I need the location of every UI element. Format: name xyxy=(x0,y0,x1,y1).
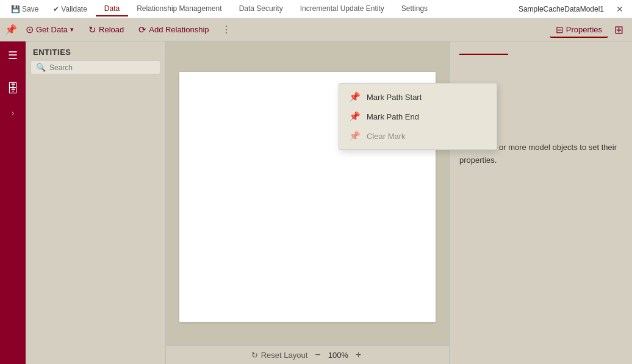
hamburger-button[interactable]: ☰ xyxy=(5,46,20,65)
mark-start-icon: 📌 xyxy=(349,91,361,102)
get-data-button[interactable]: ⊙ Get Data ▾ xyxy=(20,21,80,38)
canvas-footer: ↻ Reset Layout − 100% + xyxy=(166,345,449,364)
reset-layout-button[interactable]: ↻ Reset Layout xyxy=(251,351,308,360)
sidebar-title: ENTITIES xyxy=(33,48,71,57)
save-label: Save xyxy=(22,5,38,13)
zoom-in-button[interactable]: + xyxy=(353,349,364,360)
reload-button[interactable]: ↻ Reload xyxy=(82,22,130,38)
mark-path-end-item[interactable]: 📌 Mark Path End xyxy=(339,107,497,126)
document-name: SampleCacheDataModel1 xyxy=(512,2,610,16)
get-data-arrow: ▾ xyxy=(70,26,74,34)
validate-label: Validate xyxy=(61,5,87,13)
tab-settings[interactable]: Settings xyxy=(393,2,436,16)
reset-layout-icon: ↻ xyxy=(251,351,258,360)
add-relationship-button[interactable]: ⟳ Add Relationship xyxy=(132,22,215,38)
tab-data[interactable]: Data xyxy=(96,2,128,16)
clear-mark-item[interactable]: 📌 Clear Mark xyxy=(339,126,497,146)
tab-relationship[interactable]: Relationship Management xyxy=(128,2,230,16)
more-button[interactable]: ⋮ xyxy=(218,21,235,38)
dropdown-menu: 📌 Mark Path Start 📌 Mark Path End 📌 Clea… xyxy=(339,83,497,150)
main-area: ☰ 🗄 › ENTITIES 🔍 📌 Mark Path Start 📌 Mar… xyxy=(0,41,632,364)
properties-underline xyxy=(459,54,508,55)
properties-button[interactable]: ⊟ Properties xyxy=(550,22,608,38)
expand-icon[interactable]: › xyxy=(9,105,17,120)
reload-label: Reload xyxy=(99,25,124,34)
save-icon: 💾 xyxy=(11,5,20,13)
properties-label: Properties xyxy=(566,25,602,34)
mark-path-end-label: Mark Path End xyxy=(367,112,419,121)
zoom-value: 100% xyxy=(328,351,348,360)
add-relationship-label: Add Relationship xyxy=(149,25,209,34)
close-button[interactable]: ✕ xyxy=(612,3,627,15)
canvas-area: 📌 Mark Path Start 📌 Mark Path End 📌 Clea… xyxy=(166,41,449,364)
mark-path-start-label: Mark Path Start xyxy=(367,93,422,102)
sidebar-header: ENTITIES xyxy=(26,41,165,60)
tab-bar: Data Relationship Management Data Securi… xyxy=(96,2,510,16)
search-input[interactable] xyxy=(49,63,155,72)
sidebar: ENTITIES 🔍 xyxy=(26,41,166,364)
tab-incremental[interactable]: Incremental Update Entity xyxy=(292,2,393,16)
save-tab[interactable]: 💾 Save xyxy=(5,2,45,16)
database-icon[interactable]: 🗄 xyxy=(4,79,21,98)
sidebar-toggle-button[interactable]: ⊞ xyxy=(611,21,627,39)
pin-icon: 📌 xyxy=(5,24,17,35)
properties-icon: ⊟ xyxy=(556,24,564,35)
clear-mark-label: Clear Mark xyxy=(367,132,406,141)
left-nav: ☰ 🗄 › xyxy=(0,41,26,364)
reload-icon: ↻ xyxy=(88,24,96,35)
tab-datasecurity[interactable]: Data Security xyxy=(231,2,292,16)
add-relationship-icon: ⟳ xyxy=(138,24,146,35)
title-bar: 💾 Save ✔ Validate Data Relationship Mana… xyxy=(0,0,632,18)
toolbar: 📌 ⊙ Get Data ▾ ↻ Reload ⟳ Add Relationsh… xyxy=(0,18,632,41)
validate-icon: ✔ xyxy=(53,5,59,13)
get-data-icon: ⊙ xyxy=(26,24,34,35)
zoom-out-button[interactable]: − xyxy=(312,349,323,360)
get-data-label: Get Data xyxy=(36,25,68,34)
sidebar-search-container: 🔍 xyxy=(31,60,160,74)
validate-tab[interactable]: ✔ Validate xyxy=(47,2,93,16)
mark-path-start-item[interactable]: 📌 Mark Path Start xyxy=(339,87,497,107)
mark-end-icon: 📌 xyxy=(349,111,361,122)
clear-mark-icon: 📌 xyxy=(349,130,361,141)
reset-layout-label: Reset Layout xyxy=(261,351,308,360)
search-icon: 🔍 xyxy=(36,63,46,72)
